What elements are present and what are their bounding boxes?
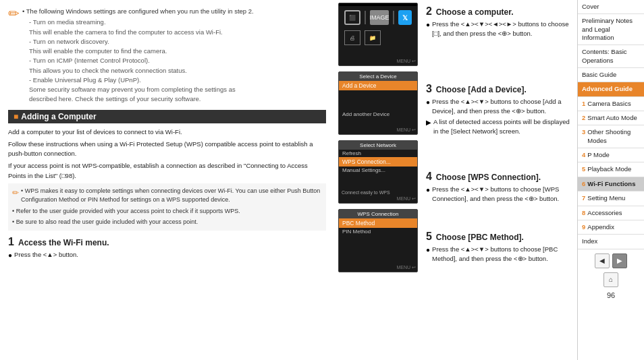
sidebar-wifi-label: Wi-Fi Functions — [587, 180, 635, 188]
bottom-note-1: ✏ • WPS makes it easy to complete settin… — [12, 187, 322, 205]
sidebar-wifi-row: 6 Wi-Fi Functions — [582, 180, 640, 188]
main-content: ✏ • The following Windows settings are c… — [0, 0, 334, 360]
sidebar-num-1: 1 — [582, 100, 585, 108]
nav-arrows: ◀ ▶ — [578, 249, 644, 272]
sidebar-setting-menu-row: 7 Setting Menu — [582, 194, 640, 202]
sidebar-item-appendix[interactable]: 9 Appendix — [578, 220, 644, 235]
sidebar-num-2: 2 — [582, 114, 585, 122]
sidebar-num-3: 3 — [582, 128, 585, 136]
wps-connection-screen: WPS Connection PBC Method PIN Method MEN… — [338, 209, 418, 272]
step-4-header: 4 Choose [WPS Connection]. — [426, 171, 573, 183]
home-button[interactable]: ⌂ — [603, 272, 618, 287]
refresh-item: Refresh — [339, 150, 417, 157]
sidebar-appendix-label: Appendix — [587, 223, 614, 231]
sidebar-num-8: 8 — [582, 209, 585, 217]
screen4-menu-btn: MENU ↩ — [396, 265, 416, 270]
pin-method-item: PIN Method — [339, 228, 417, 235]
sidebar-item-accessories[interactable]: 8 Accessories — [578, 206, 644, 220]
bottom-note-3: • Be sure to also read the user guide in… — [12, 218, 322, 227]
step-5-title: Choose [PBC Method]. — [436, 233, 524, 242]
printer-sym: 🖨 — [350, 35, 355, 41]
note-text: • The following Windows settings are con… — [22, 7, 254, 104]
sidebar-p-mode-row: 4 P Mode — [582, 151, 640, 159]
sidebar-item-camera-basics[interactable]: 1 Camera Basics — [578, 97, 644, 111]
page-number: 96 — [578, 291, 644, 302]
note-sub-2: This will enable the camera to find the … — [29, 28, 254, 37]
sidebar-camera-basics-label: Camera Basics — [587, 100, 630, 108]
screen1-bottom-icons: 🖨 📁 — [339, 29, 417, 47]
sidebar-prelim-label: Preliminary Notes and Legal Information — [582, 17, 633, 41]
sidebar-item-setting-menu[interactable]: 7 Setting Menu — [578, 191, 644, 206]
sidebar-item-smart-auto[interactable]: 2 Smart Auto Mode — [578, 111, 644, 125]
note-sub-1: - Turn on media streaming. — [29, 18, 254, 27]
note-sub-9: described here. Check the settings of yo… — [29, 94, 254, 104]
sidebar-item-index[interactable]: Index — [578, 235, 644, 249]
step-1-number: 1 — [8, 236, 14, 248]
step-2-title: Choose a computer. — [436, 7, 514, 17]
sidebar-num-4: 4 — [582, 151, 585, 159]
sidebar-other-shooting-label: Other Shooting Modes — [587, 128, 640, 145]
sidebar-num-6: 6 — [582, 180, 585, 188]
step-3: 3 Choose [Add a Device]. ● Press the <▲>… — [426, 83, 573, 137]
sidebar-num-9: 9 — [582, 223, 585, 231]
sidebar-num-7: 7 — [582, 194, 585, 202]
left-panel: ✏ • The following Windows settings are c… — [0, 0, 577, 360]
wps-title: WPS Connection — [339, 210, 417, 218]
camera-icon — [344, 10, 360, 25]
step-5-number: 5 — [426, 231, 432, 243]
step-3-title: Choose [Add a Device]. — [436, 85, 527, 94]
sidebar: Cover Preliminary Notes and Legal Inform… — [577, 0, 644, 360]
step-2: 2 Choose a computer. ● Press the <▲><▼><… — [426, 5, 573, 39]
bottom-note-1-text: • WPS makes it easy to complete settings… — [21, 187, 322, 205]
add-device-item: Add a Device — [339, 81, 417, 90]
sidebar-item-playback[interactable]: 5 Playback Mode — [578, 162, 644, 177]
sidebar-advanced-label: Advanced Guide — [582, 85, 633, 92]
note-item-1: • The following Windows settings are con… — [22, 7, 254, 16]
step-5: 5 Choose [PBC Method]. ● Press the <▲><▼… — [426, 231, 573, 264]
step-1-body: ● Press the <▲> button. — [8, 250, 326, 260]
step-1-title: Access the Wi-Fi menu. — [18, 238, 109, 247]
sidebar-accessories-row: 8 Accessories — [582, 209, 640, 217]
note-sub-3: - Turn on network discovery. — [29, 37, 254, 47]
sidebar-item-p-mode[interactable]: 4 P Mode — [578, 148, 644, 162]
bottom-note-2: • Refer to the user guide provided with … — [12, 207, 322, 216]
sidebar-item-wifi[interactable]: 6 Wi-Fi Functions — [578, 177, 644, 191]
wps-connection-item: WPS Connection... — [339, 157, 417, 167]
sidebar-num-5: 5 — [582, 165, 585, 173]
select-network-title: Select Network — [339, 141, 417, 150]
select-device-title: Select a Device — [339, 72, 417, 81]
sidebar-item-contents[interactable]: Contents: Basic Operations — [578, 45, 644, 68]
add-another-item: Add another Device — [339, 111, 417, 118]
step-4-title: Choose [WPS Connection]. — [436, 173, 541, 182]
bottom-note-2-text: • Refer to the user guide provided with … — [12, 207, 240, 216]
note-sub-4: This will enable the computer to find th… — [29, 47, 254, 56]
step-2-bullet-1: ● Press the <▲><▼><◄><►> buttons to choo… — [426, 20, 573, 39]
prev-button[interactable]: ◀ — [595, 253, 610, 268]
sidebar-item-basic-guide[interactable]: Basic Guide — [578, 68, 644, 82]
step-1-bullet-text: Press the <▲> button. — [14, 250, 78, 260]
next-button[interactable]: ▶ — [612, 253, 627, 268]
sidebar-p-mode-label: P Mode — [587, 151, 610, 159]
folder-sym: 📁 — [369, 35, 376, 41]
note-sub-7: - Enable Universal Plug & Play (UPnP). — [29, 76, 254, 85]
spacer-1 — [339, 90, 417, 111]
step-5-header: 5 Choose [PBC Method]. — [426, 231, 573, 243]
sidebar-item-cover[interactable]: Cover — [578, 0, 644, 14]
step-5-dot: ● — [426, 245, 430, 264]
pbc-method-item: PBC Method — [339, 218, 417, 228]
sidebar-appendix-row: 9 Appendix — [582, 223, 640, 231]
note-icon: ✏ — [8, 7, 20, 104]
screen1-menu-btn: MENU ↩ — [396, 59, 416, 64]
step-3-text-2: A list of detected access points will be… — [433, 117, 573, 137]
sidebar-index-label: Index — [582, 237, 597, 245]
sidebar-camera-basics-row: 1 Camera Basics — [582, 100, 640, 108]
bullet-dot-1: ● — [8, 250, 12, 260]
step-2-header: 2 Choose a computer. — [426, 5, 573, 18]
step-3-header: 3 Choose [Add a Device]. — [426, 83, 573, 95]
note-sub-8: Some security software may prevent you f… — [29, 85, 254, 94]
step-3-number: 3 — [426, 83, 432, 95]
sidebar-item-prelim[interactable]: Preliminary Notes and Legal Information — [578, 14, 644, 45]
sidebar-item-advanced-guide[interactable]: Advanced Guide — [578, 82, 644, 96]
sidebar-other-shooting-row: 3 Other Shooting Modes — [582, 128, 640, 145]
sidebar-item-other-shooting[interactable]: 3 Other Shooting Modes — [578, 125, 644, 148]
